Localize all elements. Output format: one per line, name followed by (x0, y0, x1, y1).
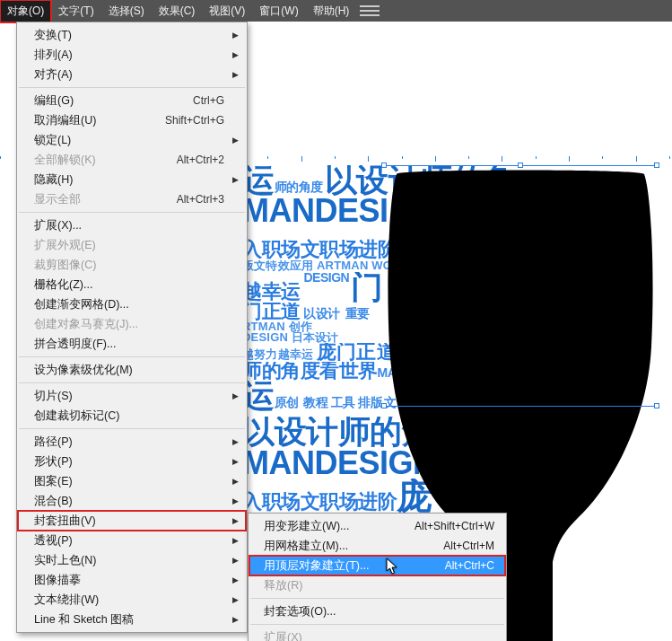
unlock-all-item: 全部解锁(K)Alt+Ctrl+2 (18, 150, 246, 170)
group-item[interactable]: 编组(G)Ctrl+G (18, 91, 246, 110)
pixel-perfect-item[interactable]: 设为像素级优化(M) (18, 360, 246, 380)
show-all-item: 显示全部Alt+Ctrl+3 (18, 189, 246, 209)
ungroup-item[interactable]: 取消编组(U)Shift+Ctrl+G (18, 110, 246, 130)
object-mosaic-item: 创建对象马赛克(J)... (18, 314, 246, 334)
effect-menu[interactable]: 效果(C) (152, 0, 203, 22)
menu-separator (19, 356, 245, 357)
select-menu[interactable]: 选择(S) (101, 0, 152, 22)
lock-item[interactable]: 锁定(L) (18, 130, 246, 150)
release-item: 释放(R) (249, 575, 505, 595)
line-sketch-item[interactable]: Line 和 Sketch 图稿 (18, 610, 246, 629)
menu-separator (19, 382, 245, 383)
art-text: 入职场文职场进阶 (242, 238, 397, 260)
gradient-mesh-item[interactable]: 创建渐变网格(D)... (18, 294, 246, 314)
envelope-options-item[interactable]: 封套选项(O)... (249, 601, 505, 621)
art-text: 门正道 (242, 303, 301, 321)
menu-separator (19, 212, 245, 213)
trim-marks-item[interactable]: 创建裁切标记(C) (18, 406, 246, 426)
live-paint-item[interactable]: 实时上色(N) (18, 550, 246, 570)
menu-separator (19, 428, 245, 429)
window-menu[interactable]: 窗口(W) (252, 0, 305, 22)
object-dropdown: 变换(T) 排列(A) 对齐(A) 编组(G)Ctrl+G 取消编组(U)Shi… (16, 22, 248, 633)
expand-envelope-item: 扩展(X) (249, 628, 505, 641)
menu-separator (19, 87, 245, 88)
make-with-top-object-item[interactable]: 用顶层对象建立(T)...Alt+Ctrl+C (249, 556, 505, 575)
envelope-distort-item[interactable]: 封套扭曲(V) (18, 511, 246, 531)
view-menu[interactable]: 视图(V) (202, 0, 252, 22)
mouse-cursor-icon (386, 558, 398, 575)
rasterize-item[interactable]: 栅格化(Z)... (18, 275, 246, 294)
transform-item[interactable]: 变换(T) (18, 25, 246, 45)
type-menu[interactable]: 文字(T) (51, 0, 100, 22)
panel-icon[interactable] (360, 4, 380, 18)
help-menu[interactable]: 帮助(H) (306, 0, 357, 22)
align-item[interactable]: 对齐(A) (18, 65, 246, 84)
shape-item[interactable]: 形状(P) (18, 452, 246, 471)
object-menu[interactable]: 对象(O) (0, 0, 51, 22)
expand-appearance-item: 扩展外观(E) (18, 235, 246, 255)
menubar: 对象(O) 文字(T) 选择(S) 效果(C) 视图(V) 窗口(W) 帮助(H… (0, 0, 672, 22)
perspective-item[interactable]: 透视(P) (18, 531, 246, 550)
path-item[interactable]: 路径(P) (18, 432, 246, 452)
make-with-mesh-item[interactable]: 用网格建立(M)...Alt+Ctrl+M (249, 536, 505, 556)
arrange-item[interactable]: 排列(A) (18, 45, 246, 65)
expand-item[interactable]: 扩展(X)... (18, 215, 246, 235)
hide-item[interactable]: 隐藏(H) (18, 170, 246, 189)
make-with-warp-item[interactable]: 用变形建立(W)...Alt+Shift+Ctrl+W (249, 516, 505, 536)
blend-item[interactable]: 混合(B) (18, 491, 246, 511)
slice-item[interactable]: 切片(S) (18, 386, 246, 406)
art-text: 越幸运 (242, 280, 301, 303)
envelope-distort-submenu: 用变形建立(W)...Alt+Shift+Ctrl+W 用网格建立(M)...A… (248, 513, 507, 641)
text-wrap-item[interactable]: 文本绕排(W) (18, 590, 246, 610)
flatten-transparency-item[interactable]: 拼合透明度(F)... (18, 334, 246, 354)
image-trace-item[interactable]: 图像描摹 (18, 570, 246, 590)
menu-separator (250, 624, 504, 625)
pattern-item[interactable]: 图案(E) (18, 471, 246, 491)
crop-image-item: 裁剪图像(C) (18, 255, 246, 275)
menu-separator (250, 598, 504, 599)
